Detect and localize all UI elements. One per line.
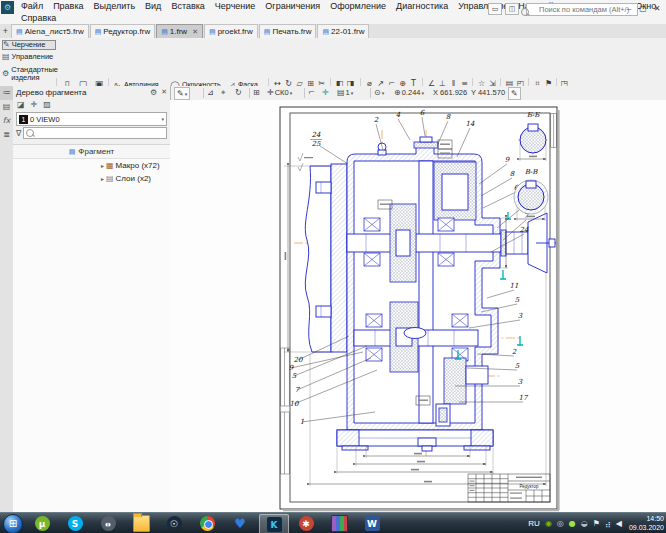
chevron-down-icon: ▾ [421, 90, 424, 96]
menu-diagnostics[interactable]: Диагностика [391, 0, 453, 12]
rotate-button[interactable]: ↻ [235, 87, 242, 98]
tray-icons: ◉◎●◒⚑⣴◀ [545, 519, 622, 528]
expand-arrow-icon[interactable]: ▸ [101, 162, 104, 169]
variables-panel-icon[interactable]: fx [0, 114, 13, 128]
layers-icon: ▤ [106, 174, 114, 183]
tray-network-icon[interactable]: ⣴ [605, 519, 611, 528]
taskbar-app-utorrent[interactable]: µ [28, 514, 56, 533]
panels-toggle-icon[interactable]: ◫ [505, 3, 519, 15]
menu-panel-icon[interactable]: ≣ [0, 128, 13, 142]
new-tab-button[interactable]: + [0, 25, 11, 37]
taskbar-app-discord[interactable]: ◖◗ [94, 514, 122, 533]
chevron-down-icon: ▾ [161, 116, 164, 122]
snap-center-button[interactable]: ⌖ [221, 87, 226, 98]
svg-text:11: 11 [510, 282, 519, 290]
tree-panel-icon[interactable]: ≔ [0, 86, 13, 100]
word-icon: W [365, 516, 380, 531]
close-button[interactable]: ✕ [650, 3, 664, 14]
gear-icon[interactable]: ⚙ [150, 88, 157, 97]
style-pen-button[interactable]: ✎▾ [174, 87, 190, 100]
tray-antivirus-icon[interactable]: ● [569, 519, 576, 528]
tree-item-label: Слои (x2) [116, 174, 151, 183]
document-icon: ▤ [16, 28, 23, 36]
expand-arrow-icon[interactable]: ▸ [101, 175, 104, 182]
taskbar-app-skype[interactable]: S [61, 514, 89, 533]
heart-icon: ♥ [233, 516, 248, 531]
start-button[interactable]: ⊞ [3, 514, 23, 533]
menu-select[interactable]: Выделить [89, 0, 141, 12]
tab-close-icon[interactable]: ✕ [192, 28, 198, 36]
tab-reduktor[interactable]: ▤Редуктор.frw [90, 24, 156, 38]
grid-toggle-button[interactable]: ⊞ [253, 87, 260, 98]
edit-pen-button[interactable]: ✎ [508, 87, 521, 100]
coordinate-system-select[interactable]: ✛СК0▾ [267, 87, 292, 98]
taskbar-app-word[interactable]: W [358, 514, 386, 533]
svg-text:3: 3 [518, 378, 523, 386]
tree-item-macro[interactable]: ▸ ▦ Макро (x72) [13, 159, 170, 172]
taskbar-app-heart[interactable]: ♥ [226, 514, 254, 533]
part-name: Редуктор [519, 484, 539, 489]
taskbar-app-explorer[interactable] [127, 514, 155, 533]
taskbar-app-tool[interactable]: ✱ [292, 514, 320, 533]
current-view-select[interactable]: 1 0 VIEW0 ▾ [16, 112, 167, 126]
maximize-button[interactable]: ▢ [636, 3, 650, 14]
tab-alena-list5[interactable]: ▤Alena_лист5.frw [11, 24, 89, 38]
drawing-sheet-svg[interactable]: 24 25 2 4 6 8 14 9 8 6 2 7 24 11 5 3 2 5… [170, 100, 666, 512]
snaps-button[interactable]: ✛ [322, 87, 329, 98]
corner-mode-button[interactable]: ⌐ [308, 87, 315, 98]
tree-root-fragment[interactable]: ▤ Фрагмент [13, 145, 170, 159]
ribbon-tab-standard-parts[interactable]: ⚙Стандартные изделия [2, 66, 54, 82]
menu-help[interactable]: Справка [16, 12, 61, 24]
menu-drafting[interactable]: Черчение [210, 0, 261, 12]
document-icon: ▤ [322, 28, 329, 36]
clock[interactable]: 14:50 09.03.2020 [622, 514, 664, 532]
tab-label: Печать.frw [272, 27, 311, 36]
preview-icon[interactable]: ▨ [43, 100, 51, 109]
menu-file[interactable]: Файл [16, 0, 48, 12]
tab-pechat[interactable]: ▤Печать.frw [259, 24, 317, 38]
zoom-value-select[interactable]: ⊕0.244▾ [394, 87, 424, 98]
display-mode-icon[interactable]: ◪ [17, 100, 25, 109]
svg-text:24: 24 [312, 131, 321, 139]
parameters-panel-icon[interactable]: ▤ [0, 100, 13, 114]
tray-tray-app-icon[interactable]: ◎ [557, 519, 564, 528]
ortho-button[interactable]: ⊿ [207, 87, 214, 98]
menu-formatting[interactable]: Оформление [325, 0, 391, 12]
tab-22-01[interactable]: ▤22-01.frw [317, 24, 369, 38]
menu-insert[interactable]: Вставка [166, 0, 209, 12]
layout-toggle-icon[interactable]: ▭ [488, 3, 502, 15]
ribbon-tab-management[interactable]: ▤Управление [2, 53, 54, 61]
filter-icon[interactable]: ∇ [16, 129, 21, 138]
menu-edit[interactable]: Правка [48, 0, 88, 12]
svg-text:1: 1 [300, 418, 304, 426]
language-indicator[interactable]: RU [528, 519, 540, 528]
tab-proekt[interactable]: ▤proekt.frw [204, 24, 258, 38]
ribbon-tab-drafting[interactable]: ✎Черчение [2, 40, 56, 50]
minimize-button[interactable]: – [622, 3, 636, 14]
search-icon [26, 129, 34, 137]
zoom-all-button[interactable]: ⊙▾ [374, 87, 384, 98]
skype-icon: S [68, 516, 83, 531]
cursor-y-coordinate: Y 441.570 [471, 87, 505, 98]
taskbar-app-steam[interactable]: ☉ [160, 514, 188, 533]
grid-icon: ⊞ [253, 88, 260, 97]
relations-icon[interactable]: ✛ [31, 100, 38, 109]
svg-text:24: 24 [520, 226, 529, 234]
tab-1frw-active[interactable]: ▤1.frw✕ [156, 24, 203, 38]
tree-item-layers[interactable]: ▸ ▤ Слои (x2) [13, 172, 170, 185]
taskbar-app-chrome[interactable] [193, 514, 221, 533]
menu-view[interactable]: Вид [140, 0, 166, 12]
tree-search-input[interactable] [23, 127, 167, 139]
menu-constraints[interactable]: Ограничения [260, 0, 325, 12]
close-icon[interactable]: ✕ [161, 88, 167, 96]
svg-text:2: 2 [374, 116, 379, 124]
tray-nvidia-icon[interactable]: ◉ [545, 519, 552, 528]
taskbar-app-winrar[interactable] [325, 514, 353, 533]
taskbar-app-kompas[interactable]: K [259, 514, 289, 533]
layer-select[interactable]: ▤1▾ [337, 87, 353, 98]
svg-text:9: 9 [505, 156, 510, 164]
drawing-canvas[interactable]: 24 25 2 4 6 8 14 9 8 6 2 7 24 11 5 3 2 5… [170, 100, 666, 512]
ortho-icon: ⊿ [207, 88, 214, 97]
tray-usb-icon[interactable]: ◒ [581, 519, 588, 528]
tray-flag-icon[interactable]: ⚑ [593, 519, 600, 528]
